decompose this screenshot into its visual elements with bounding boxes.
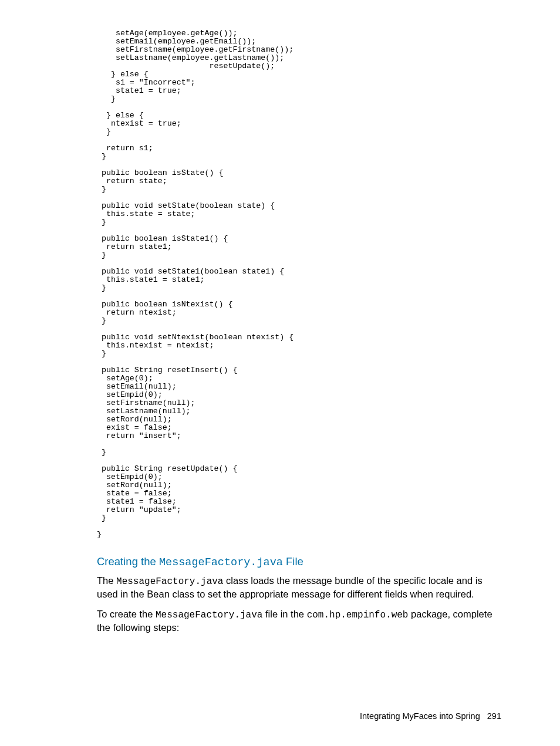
paragraph-2: To create the MessageFactory.java file i… xyxy=(97,608,501,634)
text: The xyxy=(97,575,116,586)
inline-code: MessageFactory.java xyxy=(156,610,262,620)
inline-code: MessageFactory.java xyxy=(116,576,223,587)
heading-text-suffix: File xyxy=(283,555,303,568)
inline-code: com.hp.empinfo.web xyxy=(307,610,409,620)
footer-section-title: Integrating MyFaces into Spring xyxy=(360,711,480,721)
text: To create the xyxy=(97,609,156,619)
heading-text-prefix: Creating the xyxy=(97,555,159,568)
section-heading: Creating the MessageFactory.java File xyxy=(97,555,501,569)
heading-code-filename: MessageFactory.java xyxy=(159,556,283,569)
text: file in the xyxy=(262,609,306,619)
code-listing: setAge(employee.getAge()); setEmail(empl… xyxy=(97,29,501,539)
paragraph-1: The MessageFactory.java class loads the … xyxy=(97,575,501,600)
page-footer: Integrating MyFaces into Spring 291 xyxy=(360,711,501,721)
footer-page-number: 291 xyxy=(487,711,501,721)
